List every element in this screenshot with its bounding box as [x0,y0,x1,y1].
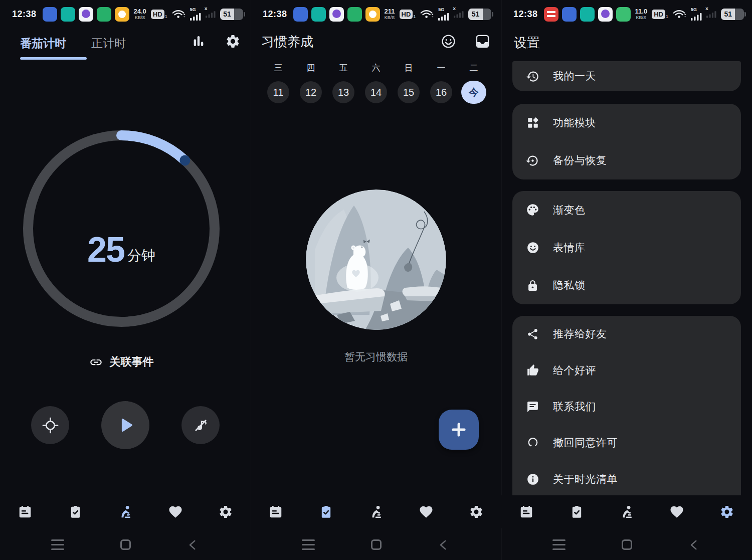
date-12[interactable]: 12 [298,80,323,104]
link-event-label: 关联事件 [110,354,154,369]
settings-item-about[interactable]: 关于时光清单 [512,461,741,497]
link-icon [89,355,103,369]
nav-settings[interactable] [201,495,251,528]
focus-person-icon [368,504,384,520]
signal-bars-icon [438,13,449,21]
smiley-outline-icon[interactable] [440,33,456,49]
date-14[interactable]: 14 [363,80,389,104]
android-gesture-bar [501,529,752,560]
nav-favorites[interactable] [652,495,702,528]
weekday-label: 二 [463,62,485,74]
network-speed: 211 KB/S [385,8,395,20]
tab-pomodoro[interactable]: 番茄计时 [20,36,66,51]
back-button[interactable] [437,538,450,551]
home-button[interactable] [622,539,632,550]
back-button[interactable] [186,538,200,551]
music-off-icon [193,418,209,433]
nav-focus[interactable] [100,495,150,528]
screen-settings: 12:38 11.0 KB/S HD 1 5G [501,0,752,560]
date-today[interactable]: 今 [461,80,486,104]
nav-calendar[interactable] [0,495,50,528]
smiley-icon [526,241,539,254]
tab-countup[interactable]: 正计时 [91,36,126,51]
settings-item-gradient[interactable]: 渐变色 [512,191,741,229]
focus-target-icon [42,417,59,434]
timer-minutes: 25 [87,236,124,264]
status-app-icon [97,7,111,22]
plus-icon [450,421,468,439]
recents-button[interactable] [552,539,566,550]
nav-focus[interactable] [602,495,652,528]
settings-item-modules[interactable]: 功能模块 [512,104,741,142]
settings-item-my-day[interactable]: 我的一天 [512,61,741,91]
nav-settings[interactable] [451,495,501,528]
chat-icon [526,400,539,414]
play-icon [116,416,135,435]
settings-item-privacy[interactable]: 隐私锁 [512,267,741,304]
nav-tasks[interactable] [551,495,602,528]
date-11[interactable]: 11 [266,80,291,104]
sound-off-button[interactable] [181,406,220,444]
status-app-icon [598,7,613,22]
start-timer-button[interactable] [101,401,149,449]
signal-bars-icon [691,13,702,21]
weekday-label: 五 [332,62,354,74]
date-16[interactable]: 16 [429,80,454,104]
nav-calendar[interactable] [251,495,301,528]
focus-person-icon [118,504,133,520]
settings-item-backup[interactable]: 备份与恢复 [512,142,741,180]
status-app-icon [311,7,326,22]
recents-button[interactable] [51,539,64,550]
cellular-signal-sim2: × [206,11,216,18]
settings-item-emoji[interactable]: 表情库 [512,229,741,266]
weekday-label: 六 [365,62,387,74]
settings-group: 我的一天 [512,61,741,91]
inbox-icon[interactable] [474,33,490,49]
settings-item-withdraw[interactable]: 撤回同意许可 [512,425,741,461]
bar-chart-icon[interactable] [191,33,207,49]
settings-group: 推荐给好友 给个好评 联系我们 撤回同意许可 关于时光清单 [512,316,741,497]
notification-app-icons [544,7,631,22]
nav-favorites[interactable] [401,495,451,528]
android-gesture-bar [251,529,501,560]
status-app-icon [365,7,380,22]
timer-unit: 分钟 [127,249,155,264]
status-app-icon [43,7,57,22]
nav-settings[interactable] [702,495,752,528]
gear-icon[interactable] [225,33,241,49]
recents-button[interactable] [302,539,315,550]
cellular-signal-sim2: × [706,11,716,18]
nav-calendar[interactable] [501,495,551,528]
add-habit-button[interactable] [439,410,479,450]
bottom-nav [0,495,251,528]
date-15[interactable]: 15 [396,80,421,104]
palette-icon [526,203,539,217]
wifi-icon [420,9,434,20]
nav-focus[interactable] [351,495,401,528]
modules-icon [526,116,539,129]
status-app-icon [293,7,308,22]
link-event-button[interactable]: 关联事件 [0,351,243,373]
notification-app-icons [293,7,380,22]
calendar-icon [268,504,283,519]
page-title: 设置 [514,34,540,52]
settings-item-rate[interactable]: 给个好评 [512,352,741,388]
thumb-up-icon [526,363,539,377]
date-13[interactable]: 13 [331,80,356,104]
home-button[interactable] [120,539,131,550]
settings-group: 功能模块 备份与恢复 [512,104,741,179]
hd-indicator: HD 1 [400,10,416,19]
home-button[interactable] [371,539,382,550]
settings-item-recommend[interactable]: 推荐给好友 [512,316,741,352]
battery-icon: 51 [721,9,746,20]
back-button[interactable] [688,538,701,551]
nav-tasks[interactable] [50,495,100,528]
nav-tasks[interactable] [301,495,351,528]
nav-favorites[interactable] [150,495,201,528]
status-bar: 12:38 11.0 KB/S HD 1 5G [501,0,752,28]
settings-item-contact[interactable]: 联系我们 [512,389,741,425]
status-bar: 12:38 211 KB/S HD 1 5G [251,0,501,28]
focus-mode-button[interactable] [31,406,69,444]
lock-icon [526,279,539,292]
hd-indicator: HD 1 [151,10,167,19]
